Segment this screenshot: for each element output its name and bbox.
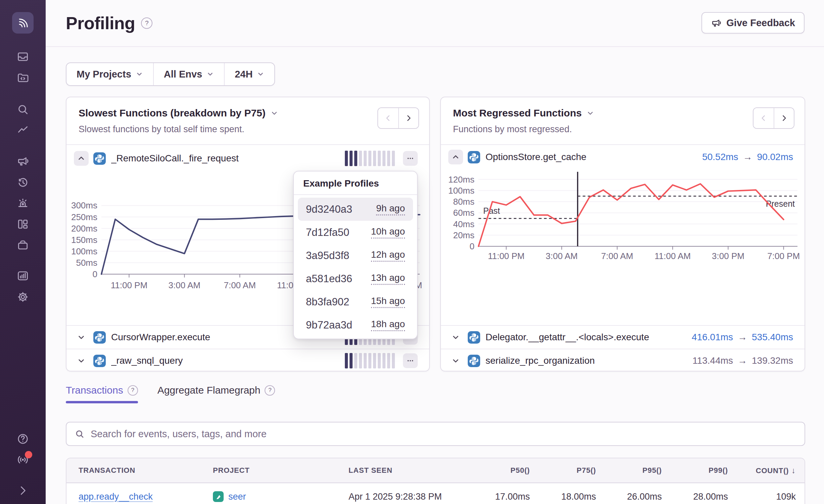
profile-sparkline[interactable] — [345, 151, 395, 166]
profile-id: 3a95d3f8 — [306, 250, 349, 262]
sort-desc-icon: ↓ — [791, 466, 796, 475]
example-profile-item[interactable]: a581ed3613h ago — [298, 267, 413, 290]
next-page-button[interactable] — [774, 108, 794, 128]
more-actions-button[interactable] — [403, 151, 418, 166]
svg-text:40ms: 40ms — [453, 219, 474, 229]
svg-text:200ms: 200ms — [71, 223, 97, 234]
ellipsis-icon — [406, 154, 415, 163]
column-p99[interactable]: P99() — [662, 466, 728, 475]
sidebar-item-settings[interactable] — [15, 290, 30, 304]
svg-text:7:00 PM: 7:00 PM — [767, 251, 800, 261]
search-input[interactable] — [91, 429, 796, 440]
archive-box-icon — [16, 239, 29, 251]
most-regressed-title-dropdown[interactable]: Most Regressed Functions — [453, 107, 792, 119]
panel-subtitle: Functions by most regressed. — [453, 124, 792, 135]
expand-row-button[interactable] — [74, 353, 89, 368]
column-p95[interactable]: P95() — [596, 466, 662, 475]
sidebar-item-issues[interactable] — [15, 49, 30, 64]
page-header: Profiling ? Give Feedback — [46, 0, 824, 47]
pagination — [377, 107, 419, 129]
profile-age-link[interactable]: 15h ago — [371, 296, 405, 308]
function-row: _raw_snql_query — [66, 349, 429, 372]
example-profile-item[interactable]: 8b3fa90215h ago — [298, 290, 413, 313]
sentry-logo[interactable] — [12, 12, 34, 34]
next-page-button[interactable] — [398, 108, 418, 128]
example-profile-item[interactable]: 3a95d3f812h ago — [298, 244, 413, 267]
svg-text:150ms: 150ms — [71, 235, 97, 245]
tab-aggregate-flamegraph[interactable]: Aggregate Flamegraph ? — [157, 385, 275, 403]
megaphone-icon — [711, 17, 722, 28]
collapse-row-button[interactable] — [74, 151, 89, 166]
table-row: app.ready__checkseerApr 1 2025 9:28:38 P… — [66, 483, 805, 504]
project-link[interactable]: seer — [228, 492, 246, 502]
profile-age-link[interactable]: 12h ago — [371, 249, 405, 262]
sidebar-item-feedback[interactable] — [15, 154, 30, 168]
python-project-icon — [93, 331, 106, 344]
search-icon — [16, 103, 29, 116]
tab-transactions[interactable]: Transactions ? — [66, 385, 138, 403]
page-title: Profiling — [66, 13, 135, 33]
environment-filter[interactable]: All Envs — [153, 63, 224, 85]
expand-row-button[interactable] — [448, 330, 463, 345]
sidebar-item-projects[interactable] — [15, 70, 30, 85]
profile-age-link[interactable]: 18h ago — [371, 319, 405, 331]
previous-page-button[interactable] — [378, 108, 398, 128]
sidebar-item-stats[interactable] — [15, 268, 30, 283]
collapse-row-button[interactable] — [448, 150, 463, 164]
profile-sparkline[interactable] — [345, 353, 395, 368]
svg-text:3:00 AM: 3:00 AM — [169, 280, 200, 290]
sidebar-collapse-button[interactable] — [15, 483, 30, 498]
transactions-table-body: app.ready__checkseerApr 1 2025 9:28:38 P… — [66, 483, 805, 504]
svg-text:100ms: 100ms — [448, 186, 474, 196]
svg-text:100ms: 100ms — [71, 246, 97, 256]
function-name: Delegator.__getattr__.<locals>.execute — [486, 332, 649, 343]
after-duration: 139.32ms — [752, 355, 793, 366]
sidebar-item-metrics[interactable] — [15, 123, 30, 138]
before-duration-link[interactable]: 416.01ms — [692, 332, 733, 343]
previous-page-button[interactable] — [753, 108, 774, 128]
chevron-down-icon — [270, 109, 278, 117]
dropdown-title: Example Profiles — [294, 171, 417, 195]
example-profile-item[interactable]: 9b72aa3d18h ago — [298, 313, 413, 337]
profile-age-link[interactable]: 9h ago — [376, 203, 405, 215]
project-filter[interactable]: My Projects — [66, 63, 153, 85]
sidebar-item-dashboards[interactable] — [15, 217, 30, 232]
sidebar-item-whats-new[interactable] — [15, 452, 30, 467]
tab-help-icon[interactable]: ? — [265, 385, 275, 396]
sidebar-item-help[interactable] — [15, 432, 30, 446]
expand-row-button[interactable] — [448, 353, 463, 368]
column-transaction[interactable]: TRANSACTION — [79, 466, 213, 475]
give-feedback-button[interactable]: Give Feedback — [701, 12, 805, 34]
python-project-icon — [468, 151, 480, 163]
column-count-sorted[interactable]: COUNT()↓ — [728, 466, 796, 475]
date-range-filter[interactable]: 24H — [224, 63, 274, 85]
example-profile-item[interactable]: 7d12fa5010h ago — [298, 221, 413, 244]
example-profile-item[interactable]: 9d3240a39h ago — [298, 198, 413, 221]
slowest-functions-title-dropdown[interactable]: Slowest Functions (breakdown by P75) — [79, 107, 417, 119]
page-help-icon[interactable]: ? — [141, 17, 152, 29]
column-last-seen[interactable]: LAST SEEN — [349, 466, 469, 475]
tab-help-icon[interactable]: ? — [128, 385, 138, 396]
sidebar — [0, 0, 46, 504]
more-actions-button[interactable] — [403, 353, 418, 368]
sidebar-item-releases[interactable] — [15, 238, 30, 252]
function-name: CursorWrapper.execute — [111, 332, 210, 343]
expand-row-button[interactable] — [74, 330, 89, 345]
chevron-down-icon — [77, 356, 86, 365]
regressed-function-chart[interactable]: 020ms40ms60ms80ms100ms120ms11:00 PM3:00 … — [441, 169, 805, 325]
profile-age-link[interactable]: 13h ago — [371, 272, 405, 285]
chevron-down-icon — [586, 109, 594, 117]
transaction-link[interactable]: app.ready__check — [79, 492, 153, 502]
column-p75[interactable]: P75() — [530, 466, 596, 475]
profile-age-link[interactable]: 10h ago — [371, 226, 405, 239]
before-duration-link[interactable]: 50.52ms — [702, 152, 738, 162]
column-project[interactable]: PROJECT — [213, 466, 349, 475]
sidebar-item-alerts[interactable] — [15, 196, 30, 211]
column-p50[interactable]: P50() — [469, 466, 530, 475]
sidebar-item-explore[interactable] — [15, 102, 30, 117]
sidebar-item-replays[interactable] — [15, 175, 30, 190]
after-duration-link[interactable]: 535.40ms — [752, 332, 793, 343]
after-duration-link[interactable]: 90.02ms — [757, 152, 793, 162]
view-tabs: Transactions ? Aggregate Flamegraph ? — [66, 385, 275, 403]
panel-title: Slowest Functions (breakdown by P75) — [79, 107, 266, 119]
